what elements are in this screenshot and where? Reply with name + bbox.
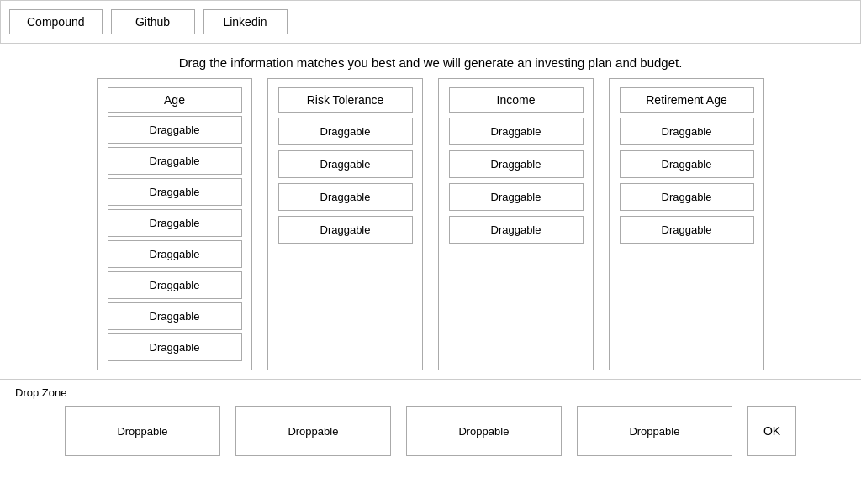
column-risk-tolerance-header: Risk Tolerance [278,87,413,113]
draggable-item[interactable]: Draggable [108,333,242,361]
column-income: Income Draggable Draggable Draggable Dra… [438,78,594,370]
column-age-header: Age [108,87,242,113]
github-button[interactable]: Github [111,9,195,34]
ok-button[interactable]: OK [747,406,796,456]
drop-zone-label: Drop Zone [15,386,846,399]
drop-zone-area: Drop Zone Droppable Droppable Droppable … [0,379,861,456]
draggable-item[interactable]: Draggable [108,209,242,237]
draggable-item[interactable]: Draggable [620,183,754,211]
droppable-slot-3[interactable]: Droppable [406,406,562,456]
draggable-item[interactable]: Draggable [620,216,754,244]
draggable-item[interactable]: Draggable [278,183,413,211]
column-age: Age Draggable Draggable Draggable Dragga… [97,78,252,370]
header: Compound Github Linkedin [0,0,861,44]
subtitle: Drag the information matches you best an… [0,44,861,78]
draggable-item[interactable]: Draggable [108,302,242,330]
drop-zone-row: Droppable Droppable Droppable Droppable … [15,406,846,456]
droppable-slot-2[interactable]: Droppable [235,406,391,456]
draggable-item[interactable]: Draggable [449,118,584,145]
draggable-item[interactable]: Draggable [449,216,584,244]
droppable-slot-1[interactable]: Droppable [65,406,220,456]
draggable-item[interactable]: Draggable [449,150,584,178]
column-retirement-age: Retirement Age Draggable Draggable Dragg… [609,78,764,370]
draggable-item[interactable]: Draggable [449,183,584,211]
column-income-header: Income [449,87,584,113]
draggable-item[interactable]: Draggable [108,116,242,144]
column-retirement-age-header: Retirement Age [620,87,754,113]
draggable-item[interactable]: Draggable [620,118,754,145]
column-risk-tolerance: Risk Tolerance Draggable Draggable Dragg… [267,78,423,370]
draggable-item[interactable]: Draggable [108,271,242,299]
draggable-item[interactable]: Draggable [278,118,413,145]
compound-button[interactable]: Compound [9,9,103,34]
draggable-item[interactable]: Draggable [278,150,413,178]
draggable-item[interactable]: Draggable [108,178,242,206]
draggable-item[interactable]: Draggable [108,147,242,175]
draggable-item[interactable]: Draggable [620,150,754,178]
draggable-item[interactable]: Draggable [108,240,242,268]
draggable-item[interactable]: Draggable [278,216,413,244]
linkedin-button[interactable]: Linkedin [203,9,288,34]
droppable-slot-4[interactable]: Droppable [577,406,732,456]
columns-area: Age Draggable Draggable Draggable Dragga… [0,78,861,370]
